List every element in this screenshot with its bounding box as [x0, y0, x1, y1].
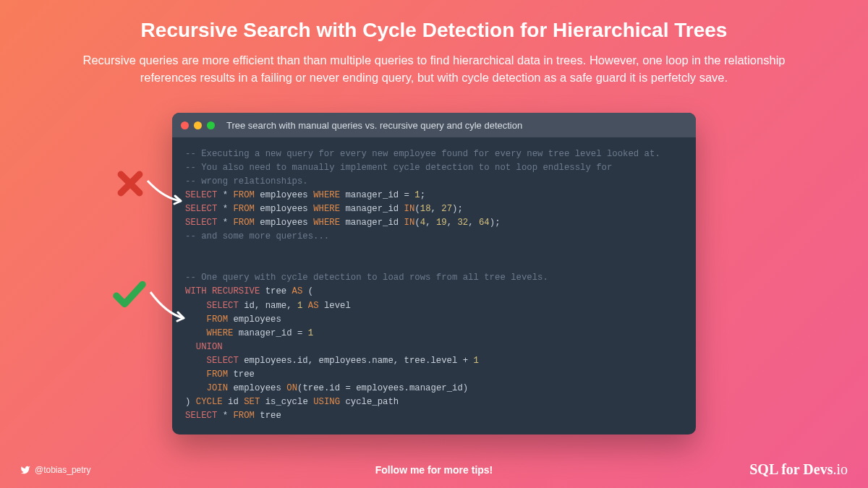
twitter-handle: @tobias_petry [20, 465, 91, 475]
code-comment: -- You also need to manually implement c… [185, 163, 612, 173]
cross-icon [114, 168, 146, 200]
kw: AS [292, 286, 303, 296]
window-title: Tree search with manual queries vs. recu… [226, 120, 522, 131]
traffic-lights [181, 121, 215, 129]
code-comment: -- and some more queries... [185, 231, 329, 241]
kw: AS [308, 301, 319, 311]
arrow-icon [148, 289, 192, 324]
kw: IN [404, 218, 415, 228]
footer: @tobias_petry Follow me for more tips! S… [0, 461, 868, 478]
arrow-icon [145, 178, 190, 207]
kw: UNION [196, 342, 223, 352]
kw: WITH RECURSIVE [185, 286, 260, 296]
minimize-icon [194, 121, 202, 129]
page-title: Recursive Search with Cycle Detection fo… [0, 0, 868, 42]
kw: SELECT [185, 204, 217, 214]
kw: SELECT [207, 301, 239, 311]
kw: FROM [207, 314, 229, 325]
kw: SELECT [185, 411, 217, 421]
kw: IN [404, 204, 415, 214]
kw: WHERE [313, 190, 340, 200]
code-window: Tree search with manual queries vs. recu… [172, 113, 696, 435]
kw: FROM [207, 369, 229, 380]
num: 27 [441, 204, 452, 214]
close-icon [181, 121, 189, 129]
brand-ext: .io [833, 461, 848, 477]
kw: WHERE [313, 204, 340, 214]
window-titlebar: Tree search with manual queries vs. recu… [172, 113, 696, 137]
maximize-icon [207, 121, 215, 129]
twitter-icon [20, 465, 30, 475]
code-comment: -- wrong relationships. [185, 176, 308, 187]
kw: USING [313, 397, 340, 407]
code-block: -- Executing a new query for every new e… [172, 137, 696, 435]
kw: ON [286, 383, 297, 393]
kw: SELECT [207, 356, 239, 366]
kw: FROM [233, 411, 255, 421]
num: 1 [308, 328, 313, 338]
brand-logo: SQL for Devs.io [749, 461, 848, 478]
code-comment: -- One query with cycle detection to loa… [185, 273, 548, 283]
kw: WHERE [207, 328, 234, 338]
kw: SET [244, 397, 260, 407]
follow-text: Follow me for more tips! [375, 464, 493, 476]
kw: SELECT [185, 190, 217, 200]
page-subtitle: Recursive queries are more efficient tha… [0, 42, 868, 87]
brand-name: SQL for Devs [749, 461, 833, 477]
kw: SELECT [185, 218, 217, 228]
num: 19 [436, 218, 447, 228]
num: 64 [479, 218, 490, 228]
kw: JOIN [207, 383, 229, 393]
twitter-handle-text: @tobias_petry [35, 465, 91, 475]
num: 1 [414, 190, 420, 200]
kw: FROM [233, 218, 255, 228]
code-comment: -- Executing a new query for every new e… [185, 149, 660, 159]
check-icon [110, 275, 149, 314]
kw: FROM [233, 190, 255, 200]
kw: WHERE [313, 218, 340, 228]
num: 1 [474, 356, 479, 366]
kw: CYCLE [196, 397, 223, 407]
kw: FROM [233, 204, 255, 214]
num: 18 [420, 204, 431, 214]
num: 32 [457, 218, 468, 228]
